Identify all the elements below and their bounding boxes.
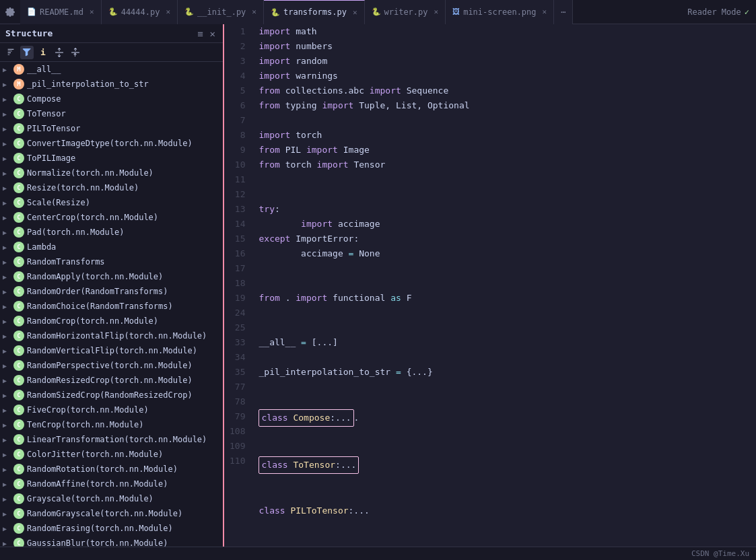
structure-list[interactable]: ▶M__all__▶M_pil_interpolation_to_str▶CCo… xyxy=(0,62,223,547)
44444-icon: 🐍 xyxy=(108,7,118,16)
structure-item-icon: C xyxy=(13,212,24,223)
structure-item-icon: C xyxy=(13,464,24,475)
structure-item-label: RandomAffine(torch.nn.Module) xyxy=(27,479,168,489)
expand-arrow-icon: ▶ xyxy=(3,510,13,518)
structure-list-item[interactable]: ▶CNormalize(torch.nn.Module) xyxy=(0,166,223,180)
expand-arrow-icon: ▶ xyxy=(3,155,13,162)
structure-list-item[interactable]: ▶CRandomHorizontalFlip(torch.nn.Module) xyxy=(0,328,223,343)
structure-item-icon: C xyxy=(13,271,24,282)
structure-list-item[interactable]: ▶CConvertImageDtype(torch.nn.Module) xyxy=(0,136,223,151)
structure-item-label: RandomVerticalFlip(torch.nn.Module) xyxy=(27,346,197,355)
structure-item-icon: C xyxy=(13,523,24,534)
structure-panel: Structure ≡ ✕ i ▶M__all__▶M_pil_interpol… xyxy=(0,24,224,547)
editor-area: 1234567 891011121314 15161718192425 3334… xyxy=(224,24,756,547)
bottom-bar: CSDN @Time.Xu xyxy=(0,547,756,560)
structure-list-item[interactable]: ▶CRandomErasing(torch.nn.Module) xyxy=(0,521,223,536)
expand-arrow-icon: ▶ xyxy=(3,199,13,207)
tab-miniscreen-close[interactable]: ✕ xyxy=(543,7,547,16)
structure-list-item[interactable]: ▶CPILToTensor xyxy=(0,121,223,136)
tab-overflow[interactable]: ⋯ xyxy=(554,0,573,24)
structure-list-item[interactable]: ▶CLinearTransformation(torch.nn.Module) xyxy=(0,432,223,447)
info-btn[interactable]: i xyxy=(36,46,50,59)
structure-item-label: Normalize(torch.nn.Module) xyxy=(27,168,153,178)
structure-list-item[interactable]: ▶CRandomGrayscale(torch.nn.Module) xyxy=(0,506,223,521)
structure-list-item[interactable]: ▶CLambda xyxy=(0,240,223,254)
tab-transforms-close[interactable]: ✕ xyxy=(353,8,357,17)
structure-item-icon: C xyxy=(13,301,24,312)
structure-list-item[interactable]: ▶CRandomResizedCrop(torch.nn.Module) xyxy=(0,373,223,388)
structure-item-label: Resize(torch.nn.Module) xyxy=(27,183,139,193)
tab-readme-close[interactable]: ✕ xyxy=(90,7,94,16)
structure-list-item[interactable]: ▶CRandomChoice(RandomTransforms) xyxy=(0,299,223,314)
expand-arrow-icon: ▶ xyxy=(3,451,13,458)
structure-collapse-btn[interactable]: ≡ xyxy=(195,28,205,40)
settings-button[interactable] xyxy=(0,0,20,24)
structure-item-label: Grayscale(torch.nn.Module) xyxy=(27,494,153,503)
structure-list-item[interactable]: ▶CCompose xyxy=(0,92,223,106)
structure-list-item[interactable]: ▶CToPILImage xyxy=(0,151,223,166)
structure-item-label: CenterCrop(torch.nn.Module) xyxy=(27,213,158,222)
miniscreen-icon: 🖼 xyxy=(452,7,460,16)
structure-close-btn[interactable]: ✕ xyxy=(208,28,217,40)
structure-list-item[interactable]: ▶CGrayscale(torch.nn.Module) xyxy=(0,491,223,506)
structure-list-item[interactable]: ▶CColorJitter(torch.nn.Module) xyxy=(0,447,223,462)
tab-bar: 📄 README.md ✕ 🐍 44444.py ✕ 🐍 __init_.py … xyxy=(0,0,756,24)
structure-list-item[interactable]: ▶CRandomCrop(torch.nn.Module) xyxy=(0,314,223,328)
collapse-btn[interactable] xyxy=(69,46,82,59)
expand-arrow-icon: ▶ xyxy=(3,303,13,310)
structure-item-icon: C xyxy=(13,94,24,104)
expand-arrow-icon: ▶ xyxy=(3,540,13,547)
structure-item-label: Compose xyxy=(27,94,61,104)
tab-writer[interactable]: 🐍 writer.py ✕ xyxy=(365,0,446,24)
structure-list-item[interactable]: ▶CFiveCrop(torch.nn.Module) xyxy=(0,403,223,417)
tab-writer-close[interactable]: ✕ xyxy=(434,7,439,16)
structure-item-icon: C xyxy=(13,286,24,297)
expand-arrow-icon: ▶ xyxy=(3,347,13,355)
structure-item-label: Scale(Resize) xyxy=(27,198,90,207)
tab-miniscreen-label: mini-screen.png xyxy=(463,7,536,17)
tab-miniscreen[interactable]: 🖼 mini-screen.png ✕ xyxy=(446,0,554,24)
structure-list-item[interactable]: ▶CPad(torch.nn.Module) xyxy=(0,225,223,240)
sort-btn[interactable] xyxy=(4,46,18,59)
expand-arrow-icon: ▶ xyxy=(3,66,13,73)
structure-list-item[interactable]: ▶CRandomSizedCrop(RandomResizedCrop) xyxy=(0,388,223,403)
tab-44444-close[interactable]: ✕ xyxy=(166,7,170,16)
structure-list-item[interactable]: ▶M__all__ xyxy=(0,62,223,77)
expand-btn[interactable] xyxy=(53,46,66,59)
structure-item-label: RandomTransforms xyxy=(27,257,105,267)
expand-arrow-icon: ▶ xyxy=(3,170,13,177)
structure-item-label: ConvertImageDtype(torch.nn.Module) xyxy=(27,139,193,148)
tab-init[interactable]: 🐍 __init_.py ✕ xyxy=(178,0,264,24)
structure-list-item[interactable]: ▶CGaussianBlur(torch.nn.Module) xyxy=(0,536,223,547)
structure-list-item[interactable]: ▶CRandomRotation(torch.nn.Module) xyxy=(0,462,223,477)
structure-item-icon: C xyxy=(13,390,24,400)
structure-list-item[interactable]: ▶CCenterCrop(torch.nn.Module) xyxy=(0,210,223,225)
structure-item-icon: M xyxy=(13,79,24,90)
structure-item-label: Lambda xyxy=(27,242,56,252)
structure-item-icon: C xyxy=(13,405,24,415)
bottom-credit: CSDN @Time.Xu xyxy=(691,549,749,558)
filter-btn[interactable] xyxy=(20,46,34,59)
tab-44444-label: 44444.py xyxy=(121,7,160,17)
structure-item-icon: M xyxy=(13,64,24,75)
structure-list-item[interactable]: ▶CTenCrop(torch.nn.Module) xyxy=(0,417,223,432)
structure-list-item[interactable]: ▶CScale(Resize) xyxy=(0,195,223,210)
structure-list-item[interactable]: ▶CRandomTransforms xyxy=(0,254,223,269)
structure-list-item[interactable]: ▶CRandomOrder(RandomTransforms) xyxy=(0,284,223,299)
editor-content[interactable]: 1234567 891011121314 15161718192425 3334… xyxy=(224,24,756,547)
structure-list-item[interactable]: ▶CRandomAffine(torch.nn.Module) xyxy=(0,477,223,491)
tab-44444[interactable]: 🐍 44444.py ✕ xyxy=(102,0,178,24)
structure-item-label: ToPILImage xyxy=(27,153,75,163)
structure-list-item[interactable]: ▶CResize(torch.nn.Module) xyxy=(0,180,223,195)
structure-list-item[interactable]: ▶CToTensor xyxy=(0,106,223,121)
tab-init-close[interactable]: ✕ xyxy=(252,7,256,16)
structure-list-item[interactable]: ▶M_pil_interpolation_to_str xyxy=(0,77,223,92)
structure-list-item[interactable]: ▶CRandomApply(torch.nn.Module) xyxy=(0,269,223,284)
main-area: Structure ≡ ✕ i ▶M__all__▶M_pil_interpol… xyxy=(0,24,756,547)
structure-list-item[interactable]: ▶CRandomVerticalFlip(torch.nn.Module) xyxy=(0,343,223,358)
structure-list-item[interactable]: ▶CRandomPerspective(torch.nn.Module) xyxy=(0,358,223,373)
structure-item-icon: C xyxy=(13,538,24,547)
expand-arrow-icon: ▶ xyxy=(3,332,13,340)
tab-readme[interactable]: 📄 README.md ✕ xyxy=(20,0,102,24)
tab-transforms[interactable]: 🐍 transforms.py ✕ xyxy=(264,0,365,24)
